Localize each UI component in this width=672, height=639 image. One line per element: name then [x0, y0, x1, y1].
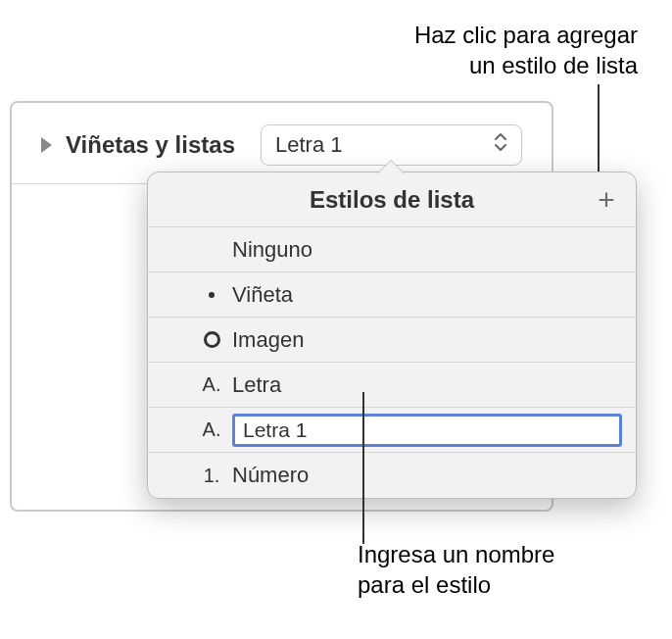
bullet-preview: A.	[195, 373, 228, 396]
list-item-label: Imagen	[232, 327, 304, 353]
list-styles-popover: Estilos de lista + Ninguno Viñeta Imagen…	[147, 172, 637, 499]
callout-text: un estilo de lista	[414, 50, 638, 80]
callout-add-style: Haz clic para agregar un estilo de lista	[414, 20, 638, 80]
list-item-label: Letra	[232, 372, 281, 398]
list-style-item-editing[interactable]: A. Letra 1	[148, 408, 636, 453]
popover-header: Estilos de lista +	[148, 172, 636, 227]
callout-text: para el estilo	[358, 569, 554, 600]
list-style-item-image[interactable]: Imagen	[148, 318, 636, 363]
list-item-label: Número	[232, 463, 309, 488]
callout-text: Ingresa un nombre	[358, 539, 554, 569]
disclosure-triangle-icon[interactable]	[41, 137, 52, 153]
dropdown-value: Letra 1	[275, 132, 343, 158]
list-style-item-number[interactable]: 1. Número	[148, 453, 636, 498]
add-style-button[interactable]: +	[593, 186, 620, 214]
list-style-dropdown[interactable]: Letra 1	[261, 124, 522, 166]
styles-list: Ninguno Viñeta Imagen A. Letra A. Letra …	[148, 227, 636, 498]
plus-icon: +	[598, 185, 615, 215]
list-style-item-bullet[interactable]: Viñeta	[148, 272, 636, 318]
bullet-preview	[195, 331, 228, 348]
inspector-panel: Viñetas y listas Letra 1 Estilos de list…	[10, 101, 553, 512]
chevron-up-down-icon	[494, 132, 507, 158]
bullets-lists-label: Viñetas y listas	[66, 131, 235, 159]
input-value: Letra 1	[243, 418, 307, 442]
style-name-input[interactable]: Letra 1	[232, 414, 622, 447]
leader-line	[362, 392, 364, 544]
bullets-lists-row: Viñetas y listas Letra 1	[41, 124, 522, 166]
bullet-preview	[195, 292, 228, 298]
dot-icon	[209, 292, 215, 298]
list-style-item-none[interactable]: Ninguno	[148, 227, 636, 272]
list-style-item-letter[interactable]: A. Letra	[148, 363, 636, 408]
popover-title: Estilos de lista	[310, 186, 474, 214]
ring-icon	[204, 331, 220, 348]
callout-text: Haz clic para agregar	[414, 20, 638, 50]
callout-name-style: Ingresa un nombre para el estilo	[358, 539, 554, 600]
bullet-preview: 1.	[195, 465, 228, 487]
list-item-label: Ninguno	[232, 237, 312, 263]
list-item-label: Viñeta	[232, 282, 293, 308]
bullet-preview: A.	[195, 418, 228, 441]
